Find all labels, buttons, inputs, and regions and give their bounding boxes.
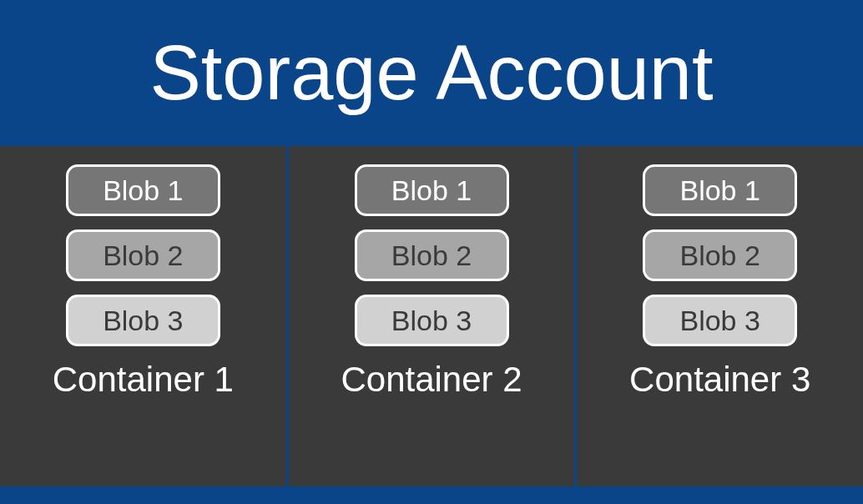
blob-item: Blob 1 <box>355 164 509 216</box>
containers-row: Blob 1 Blob 2 Blob 3 Container 1 Blob 1 … <box>0 146 863 486</box>
blob-item: Blob 2 <box>66 229 220 281</box>
container-label: Container 2 <box>341 360 522 410</box>
container-panel-1: Blob 1 Blob 2 Blob 3 Container 1 <box>0 146 286 486</box>
container-panel-3: Blob 1 Blob 2 Blob 3 Container 3 <box>577 146 863 486</box>
blob-item: Blob 2 <box>355 229 509 281</box>
container-label: Container 3 <box>629 360 810 410</box>
blob-item: Blob 1 <box>643 164 797 216</box>
blob-item: Blob 3 <box>643 295 797 346</box>
blob-item: Blob 3 <box>66 295 220 346</box>
blob-item: Blob 2 <box>643 229 797 281</box>
blob-item: Blob 3 <box>355 295 509 346</box>
container-label: Container 1 <box>53 360 234 410</box>
container-panel-2: Blob 1 Blob 2 Blob 3 Container 2 <box>289 146 575 486</box>
page-title: Storage Account <box>149 29 713 117</box>
header: Storage Account <box>0 0 863 146</box>
bottom-bar <box>0 486 863 504</box>
blob-item: Blob 1 <box>66 164 220 216</box>
